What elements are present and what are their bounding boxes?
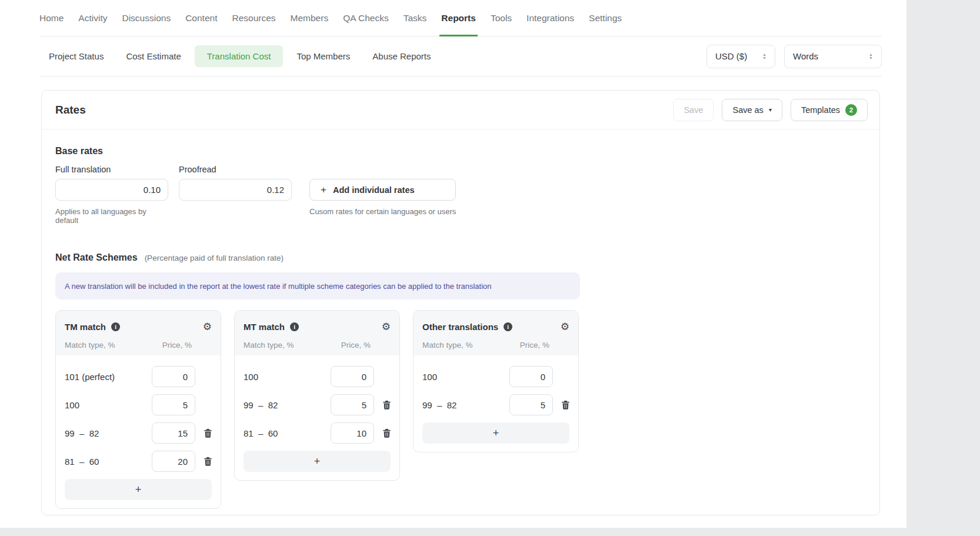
trash-icon bbox=[204, 457, 212, 466]
match-type-label: 99 – 82 bbox=[65, 428, 152, 438]
scheme-body: 100 99 – 82 + bbox=[414, 355, 578, 452]
scheme-header: Other translations i ⚙ Match type, % Pri… bbox=[414, 311, 578, 355]
net-rate-schemes-heading-row: Net Rate Schemes (Percentage paid of ful… bbox=[55, 252, 866, 263]
proofread-label: Proofread bbox=[179, 164, 292, 175]
table-row: 99 – 82 bbox=[244, 394, 391, 415]
app-window: Home Activity Discussions Content Resour… bbox=[0, 0, 906, 528]
top-nav-item-home[interactable]: Home bbox=[39, 0, 64, 36]
scheme-title: MT match bbox=[244, 322, 285, 332]
rates-card-body: Base rates Full translation Applies to a… bbox=[42, 146, 879, 509]
delete-row-button[interactable] bbox=[204, 429, 212, 438]
gear-icon[interactable]: ⚙ bbox=[561, 322, 569, 332]
top-nav-item-activity[interactable]: Activity bbox=[78, 0, 107, 36]
scheme-other-translations: Other translations i ⚙ Match type, % Pri… bbox=[413, 310, 579, 452]
chevron-down-icon: ▾ bbox=[769, 106, 772, 113]
top-nav-item-integrations[interactable]: Integrations bbox=[526, 0, 574, 36]
top-nav-item-tasks[interactable]: Tasks bbox=[404, 0, 427, 36]
price-input[interactable] bbox=[331, 422, 374, 444]
page-title: Rates bbox=[55, 104, 86, 116]
top-nav-item-discussions[interactable]: Discussions bbox=[122, 0, 171, 36]
price-input[interactable] bbox=[152, 366, 195, 387]
match-type-label: 100 bbox=[422, 372, 509, 382]
scheme-tm-match: TM match i ⚙ Match type, % Price, % bbox=[55, 310, 221, 509]
match-type-column-header: Match type, % bbox=[65, 341, 115, 349]
scheme-body: 100 99 – 82 81 – 60 bbox=[235, 355, 399, 480]
add-individual-rates-button[interactable]: + Add individual rates bbox=[309, 179, 456, 201]
add-row-button[interactable]: + bbox=[422, 422, 569, 444]
price-column-header: Price, % bbox=[520, 341, 549, 349]
templates-button[interactable]: Templates 2 bbox=[791, 99, 868, 121]
plus-icon: + bbox=[321, 184, 326, 196]
top-nav-item-members[interactable]: Members bbox=[291, 0, 329, 36]
base-rates-grid: Full translation Applies to all language… bbox=[55, 164, 866, 225]
unit-select[interactable]: Words ▲ ▼ bbox=[784, 45, 882, 68]
scheme-title: Other translations bbox=[422, 322, 498, 332]
scheme-mt-match: MT match i ⚙ Match type, % Price, % bbox=[234, 310, 400, 481]
price-input[interactable] bbox=[152, 422, 195, 444]
spacer bbox=[309, 164, 456, 179]
full-translation-field: Full translation Applies to all language… bbox=[55, 164, 168, 225]
delete-row-button[interactable] bbox=[383, 429, 391, 438]
save-as-button[interactable]: Save as ▾ bbox=[722, 99, 782, 121]
price-input[interactable] bbox=[152, 451, 195, 472]
match-type-label: 100 bbox=[65, 400, 152, 410]
price-column-header: Price, % bbox=[162, 341, 192, 349]
price-column-header: Price, % bbox=[341, 341, 371, 349]
top-nav-item-tools[interactable]: Tools bbox=[491, 0, 512, 36]
currency-select-value: USD ($) bbox=[715, 51, 747, 61]
top-nav-item-resources[interactable]: Resources bbox=[232, 0, 275, 36]
top-nav-item-reports[interactable]: Reports bbox=[441, 0, 476, 36]
tab-project-status[interactable]: Project Status bbox=[49, 51, 104, 61]
price-input[interactable] bbox=[331, 366, 374, 387]
full-translation-hint: Applies to all languages by default bbox=[55, 207, 168, 225]
trash-icon bbox=[383, 429, 391, 438]
gear-icon[interactable]: ⚙ bbox=[382, 322, 391, 332]
top-nav-item-settings[interactable]: Settings bbox=[589, 0, 622, 36]
add-row-button[interactable]: + bbox=[244, 451, 391, 472]
report-tabs: Project Status Cost Estimate Translation… bbox=[39, 45, 431, 67]
net-rate-schemes-subheading: (Percentage paid of full translation rat… bbox=[145, 254, 284, 262]
price-input[interactable] bbox=[331, 394, 374, 415]
tab-cost-estimate[interactable]: Cost Estimate bbox=[126, 51, 181, 61]
price-input[interactable] bbox=[152, 394, 195, 415]
tab-top-members[interactable]: Top Members bbox=[296, 51, 350, 61]
top-nav-item-qa-checks[interactable]: QA Checks bbox=[343, 0, 389, 36]
price-input[interactable] bbox=[509, 366, 553, 387]
tab-abuse-reports[interactable]: Abuse Reports bbox=[372, 51, 431, 61]
info-banner: A new translation will be included in th… bbox=[55, 272, 580, 299]
save-button[interactable]: Save bbox=[673, 99, 714, 121]
delete-row-button[interactable] bbox=[383, 401, 391, 410]
delete-row-button[interactable] bbox=[204, 457, 212, 466]
report-filters: USD ($) ▲ ▼ Words ▲ ▼ bbox=[706, 45, 882, 68]
top-nav: Home Activity Discussions Content Resour… bbox=[39, 0, 882, 36]
scheme-body: 101 (perfect) 100 99 – 82 bbox=[56, 355, 221, 508]
proofread-input[interactable] bbox=[179, 179, 292, 201]
full-translation-label: Full translation bbox=[55, 164, 168, 175]
info-icon[interactable]: i bbox=[111, 322, 120, 331]
trash-icon bbox=[383, 401, 391, 410]
table-row: 100 bbox=[244, 366, 391, 387]
info-icon[interactable]: i bbox=[290, 322, 299, 331]
table-row: 100 bbox=[422, 366, 569, 387]
delete-row-button[interactable] bbox=[562, 401, 569, 410]
top-nav-item-content[interactable]: Content bbox=[185, 0, 217, 36]
price-input[interactable] bbox=[509, 394, 553, 415]
gear-icon[interactable]: ⚙ bbox=[203, 322, 212, 332]
match-type-label: 81 – 60 bbox=[244, 428, 331, 438]
templates-count-badge: 2 bbox=[845, 104, 857, 116]
match-type-label: 101 (perfect) bbox=[65, 372, 152, 382]
add-row-button[interactable]: + bbox=[65, 479, 212, 500]
trash-icon bbox=[562, 401, 569, 410]
trash-icon bbox=[204, 429, 212, 438]
rates-card-header: Rates Save Save as ▾ Templates 2 bbox=[42, 91, 879, 129]
table-row: 100 bbox=[65, 394, 212, 415]
tab-translation-cost[interactable]: Translation Cost bbox=[195, 45, 284, 67]
full-translation-input[interactable] bbox=[55, 179, 168, 201]
currency-select[interactable]: USD ($) ▲ ▼ bbox=[706, 45, 775, 68]
info-icon[interactable]: i bbox=[504, 322, 512, 331]
proofread-field: Proofread bbox=[179, 164, 292, 225]
table-row: 99 – 82 bbox=[65, 422, 212, 444]
unit-select-value: Words bbox=[793, 51, 818, 61]
scheme-title: TM match bbox=[65, 322, 106, 332]
match-type-label: 99 – 82 bbox=[244, 400, 331, 410]
